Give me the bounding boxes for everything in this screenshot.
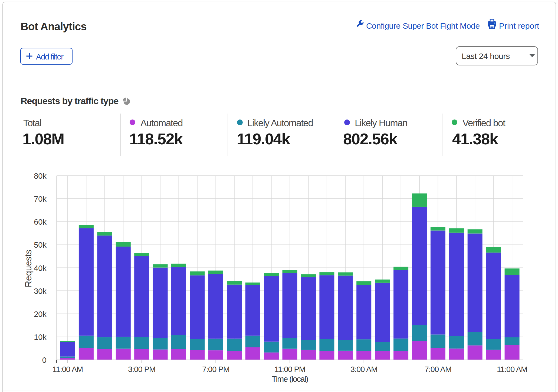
svg-text:70k: 70k [34, 195, 47, 203]
svg-text:11:00 AM: 11:00 AM [497, 365, 527, 374]
svg-text:Requests: Requests [23, 250, 33, 287]
svg-text:40k: 40k [34, 264, 47, 273]
svg-text:0: 0 [42, 356, 47, 364]
svg-text:3:00 PM: 3:00 PM [128, 365, 155, 374]
svg-text:11:00 AM: 11:00 AM [52, 365, 83, 374]
svg-text:60k: 60k [34, 218, 47, 226]
svg-text:20k: 20k [34, 310, 47, 318]
svg-text:30k: 30k [34, 287, 47, 295]
svg-text:7:00 AM: 7:00 AM [425, 365, 451, 374]
svg-text:7:00 PM: 7:00 PM [202, 365, 229, 374]
svg-text:10k: 10k [34, 333, 47, 341]
svg-text:3:00 AM: 3:00 AM [350, 365, 377, 374]
svg-text:80k: 80k [34, 172, 47, 180]
svg-text:Time (local): Time (local) [272, 374, 308, 383]
svg-text:11:00 PM: 11:00 PM [274, 365, 305, 374]
svg-text:50k: 50k [34, 241, 47, 249]
